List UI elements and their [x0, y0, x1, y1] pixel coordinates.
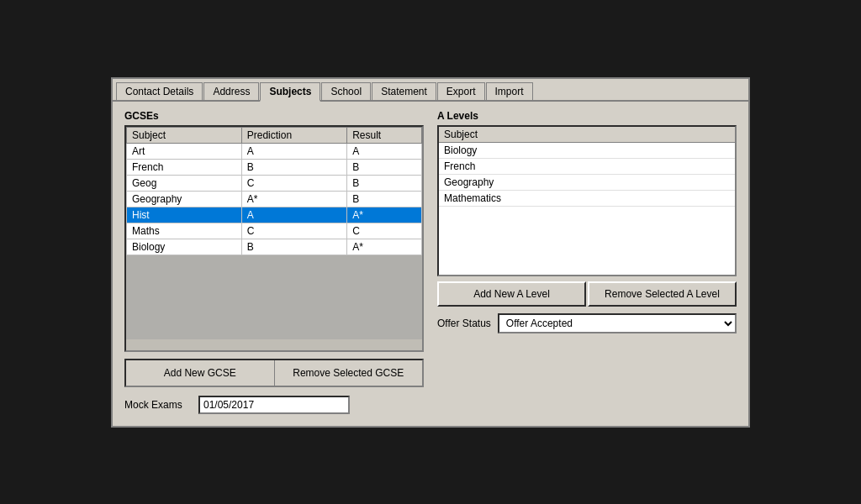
gcse-cell-subject: Hist — [127, 207, 242, 223]
tab-bar: Contact Details Address Subjects School … — [113, 79, 748, 102]
mock-exams-label: Mock Exams — [124, 399, 192, 411]
table-row[interactable]: GeographyA*B — [127, 191, 422, 207]
gcse-section: GCSEs Subject Prediction Result ArtAAFre… — [124, 110, 424, 387]
mock-exams-row: Mock Exams — [124, 396, 737, 414]
two-column-layout: GCSEs Subject Prediction Result ArtAAFre… — [124, 110, 737, 387]
tab-subjects[interactable]: Subjects — [260, 82, 320, 102]
content-area: GCSEs Subject Prediction Result ArtAAFre… — [113, 102, 748, 426]
list-item[interactable]: Geography — [439, 175, 735, 191]
gcse-cell-result: B — [347, 175, 422, 191]
gcse-cell-subject: Maths — [127, 223, 242, 239]
table-row[interactable]: HistAA* — [127, 207, 422, 223]
gcse-cell-prediction: C — [241, 175, 346, 191]
gcse-table: Subject Prediction Result ArtAAFrenchBBG… — [126, 127, 422, 255]
gcse-cell-result: A — [347, 143, 422, 159]
remove-a-level-button[interactable]: Remove Selected A Level — [588, 281, 737, 307]
list-item[interactable]: Biology — [439, 143, 735, 159]
tab-import[interactable]: Import — [486, 82, 533, 100]
gcse-cell-prediction: C — [241, 223, 346, 239]
gcse-table-container[interactable]: Subject Prediction Result ArtAAFrenchBBG… — [124, 125, 424, 352]
gcse-cell-result: B — [347, 159, 422, 175]
gcse-cell-subject: French — [127, 159, 242, 175]
tab-statement[interactable]: Statement — [372, 82, 436, 100]
gcse-cell-subject: Art — [127, 143, 242, 159]
gcse-col-subject: Subject — [127, 127, 242, 143]
table-row[interactable]: GeogCB — [127, 175, 422, 191]
offer-status-row: Offer Status Offer AcceptedOffer Pending… — [437, 313, 737, 333]
a-levels-list[interactable]: Subject BiologyFrenchGeographyMathematic… — [437, 125, 737, 276]
gcse-cell-prediction: B — [241, 159, 346, 175]
gcse-cell-subject: Geography — [127, 191, 242, 207]
table-row[interactable]: BiologyBA* — [127, 239, 422, 255]
gcse-cell-subject: Geog — [127, 175, 242, 191]
tab-school[interactable]: School — [321, 82, 371, 100]
gcse-cell-result: C — [347, 223, 422, 239]
tab-contact-details[interactable]: Contact Details — [116, 82, 203, 100]
list-item[interactable]: French — [439, 159, 735, 175]
gcse-cell-result: A* — [347, 207, 422, 223]
a-levels-col-subject: Subject — [439, 127, 735, 143]
main-window: Contact Details Address Subjects School … — [111, 77, 750, 428]
gcse-button-row: Add New GCSE Remove Selected GCSE — [124, 359, 424, 387]
table-row[interactable]: MathsCC — [127, 223, 422, 239]
gcse-gray-fill — [126, 255, 422, 339]
tab-address[interactable]: Address — [203, 82, 259, 100]
a-levels-section-label: A Levels — [437, 110, 737, 122]
gcse-cell-prediction: A — [241, 143, 346, 159]
tab-export[interactable]: Export — [437, 82, 485, 100]
gcse-cell-result: B — [347, 191, 422, 207]
add-gcse-button[interactable]: Add New GCSE — [126, 360, 275, 386]
remove-gcse-button[interactable]: Remove Selected GCSE — [275, 360, 423, 386]
a-levels-button-row: Add New A Level Remove Selected A Level — [437, 281, 737, 307]
table-row[interactable]: FrenchBB — [127, 159, 422, 175]
a-levels-section: A Levels Subject BiologyFrenchGeographyM… — [437, 110, 737, 387]
gcse-col-prediction: Prediction — [241, 127, 346, 143]
offer-status-label: Offer Status — [437, 318, 491, 329]
offer-status-select[interactable]: Offer AcceptedOffer PendingOffer Decline… — [498, 313, 737, 333]
gcse-cell-subject: Biology — [127, 239, 242, 255]
table-row[interactable]: ArtAA — [127, 143, 422, 159]
list-item[interactable]: Mathematics — [439, 191, 735, 207]
mock-exams-input[interactable] — [198, 396, 350, 414]
gcse-section-label: GCSEs — [124, 110, 424, 122]
gcse-cell-prediction: B — [241, 239, 346, 255]
gcse-cell-prediction: A — [241, 207, 346, 223]
gcse-cell-prediction: A* — [241, 191, 346, 207]
add-a-level-button[interactable]: Add New A Level — [437, 281, 586, 307]
gcse-cell-result: A* — [347, 239, 422, 255]
gcse-col-result: Result — [347, 127, 422, 143]
